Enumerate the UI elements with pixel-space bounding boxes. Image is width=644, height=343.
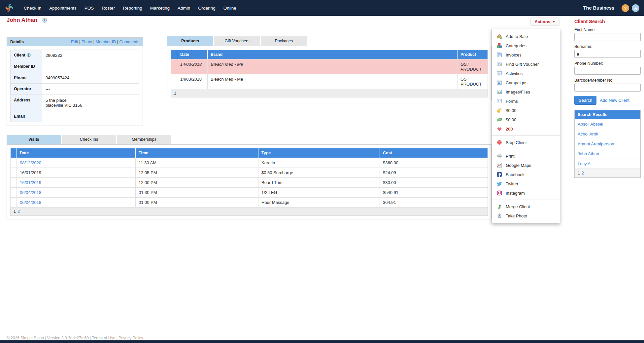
actions-button[interactable]: Actions ▼ bbox=[530, 18, 559, 26]
nav-reporting[interactable]: Reporting bbox=[119, 6, 146, 11]
nav-pos[interactable]: POS bbox=[81, 6, 98, 11]
categories-icon bbox=[497, 43, 502, 48]
map-icon bbox=[497, 163, 502, 168]
nav-marketing[interactable]: Marketing bbox=[146, 6, 174, 11]
menu-item-label: Stop Client bbox=[506, 140, 527, 145]
nav-check-in[interactable]: Check In bbox=[20, 6, 45, 11]
page-2-link[interactable]: 2 bbox=[582, 171, 584, 175]
menu-item-loyalty-points[interactable]: 200 bbox=[492, 124, 560, 133]
terms-of-use-link[interactable]: Terms of Use bbox=[92, 336, 115, 340]
edit-link[interactable]: Edit bbox=[71, 40, 82, 44]
tab-visits[interactable]: Visits bbox=[7, 135, 61, 144]
detail-row: Member ID --- bbox=[11, 61, 139, 72]
menu-item-facebook[interactable]: Facebook bbox=[492, 170, 560, 179]
menu-item-activities[interactable]: Activities bbox=[492, 69, 560, 78]
details-panel: Details EditPhotoMember IDComments Clien… bbox=[7, 37, 143, 126]
menu-item-find-gift-voucher[interactable]: Find Gift Voucher bbox=[492, 59, 560, 69]
nav-admin[interactable]: Admin bbox=[174, 6, 194, 11]
search-result-item[interactable]: Lucy A bbox=[575, 159, 640, 169]
tab-memberships[interactable]: Memberships bbox=[117, 135, 171, 144]
add-new-client-link[interactable]: Add New Client bbox=[600, 98, 629, 103]
menu-item-forms[interactable]: Forms bbox=[492, 96, 560, 106]
help-button[interactable]: ? bbox=[622, 4, 629, 12]
menu-item-google-maps[interactable]: Google Maps bbox=[492, 161, 560, 170]
photo-link[interactable]: Photo bbox=[82, 40, 96, 44]
detail-row: Address 5 the place placeville VIC 3156 bbox=[11, 95, 139, 111]
menu-item-stop-client[interactable]: Stop Client bbox=[492, 138, 560, 147]
search-result-item[interactable]: Achol Arok bbox=[575, 129, 640, 139]
barcode-member-input[interactable] bbox=[574, 84, 641, 92]
menu-item-label: Find Gift Voucher bbox=[506, 62, 539, 67]
campaigns-icon bbox=[497, 80, 502, 85]
visits-tab-row: Visits Check Ins Memberships bbox=[7, 135, 491, 144]
products-col-product: Product bbox=[458, 50, 488, 59]
menu-item-cash-balance[interactable]: $0.00 bbox=[492, 115, 560, 124]
product-row[interactable]: 14/03/2018 Bleach Med - Me GST PRODUCT bbox=[171, 59, 488, 74]
alarm-clock-icon[interactable] bbox=[42, 18, 47, 23]
menu-item-label: Google Maps bbox=[506, 163, 531, 168]
menu-item-merge-client[interactable]: Merge Client bbox=[492, 202, 560, 211]
surname-input[interactable] bbox=[574, 50, 641, 58]
page-2-link[interactable]: 2 bbox=[17, 209, 20, 214]
menu-item-categories[interactable]: Categories bbox=[492, 41, 560, 50]
bottom-bar bbox=[0, 340, 644, 343]
visit-time: 01:00 PM bbox=[136, 198, 258, 208]
nav-online[interactable]: Online bbox=[220, 6, 240, 11]
privacy-policy-link[interactable]: Privacy Policy bbox=[119, 336, 143, 340]
menu-item-images-files[interactable]: Images/Files bbox=[492, 87, 560, 96]
surname-label: Surname: bbox=[574, 44, 641, 49]
menu-item-label: Instagram bbox=[506, 191, 525, 196]
detail-label: Member ID bbox=[11, 61, 42, 72]
comments-link[interactable]: Comments bbox=[119, 40, 139, 44]
detail-row: Phone 0499057424 bbox=[11, 72, 139, 84]
visit-type: Beard Trim bbox=[258, 178, 380, 188]
tab-check-ins[interactable]: Check Ins bbox=[62, 135, 116, 144]
menu-item-invoices[interactable]: Invoices bbox=[492, 50, 560, 59]
visit-date-link[interactable]: 08/12/2020 bbox=[20, 160, 41, 165]
phone-number-input[interactable] bbox=[574, 67, 641, 75]
first-name-input[interactable] bbox=[574, 33, 641, 41]
visit-type: $0.50 Surcharge bbox=[258, 168, 380, 178]
detail-row: Client ID 2908232 bbox=[11, 50, 139, 61]
visits-col-time: Time bbox=[136, 148, 258, 158]
search-button[interactable]: Search bbox=[574, 96, 596, 105]
member-id-link[interactable]: Member ID bbox=[96, 40, 119, 44]
search-result-item[interactable]: John Athan bbox=[575, 149, 640, 159]
visits-pagination: 12 bbox=[10, 208, 488, 216]
first-name-label: First Name: bbox=[574, 27, 641, 32]
actions-button-label: Actions bbox=[534, 19, 550, 24]
tab-packages[interactable]: Packages bbox=[261, 36, 307, 46]
page-current: 1 bbox=[14, 209, 16, 214]
product-row[interactable]: 14/03/2018 Bleach Med - Me GST PRODUCT bbox=[171, 74, 488, 89]
menu-item-campaigns[interactable]: Campaigns bbox=[492, 78, 560, 87]
simple-salon-logo[interactable] bbox=[5, 2, 15, 14]
menu-item-credit-balance[interactable]: $0.00 bbox=[492, 106, 560, 115]
search-results-pagination: 12 bbox=[575, 169, 640, 177]
visit-time: 01:30 PM bbox=[136, 188, 258, 198]
visit-date-link[interactable]: 16/01/2019 bbox=[20, 180, 41, 185]
menu-item-take-photo[interactable]: Take Photo bbox=[492, 211, 560, 220]
detail-value: 2908232 bbox=[42, 50, 139, 61]
visit-type: Hour Massage bbox=[258, 198, 380, 208]
products-pagination: 1 bbox=[171, 89, 488, 97]
nav-appointments[interactable]: Appointments bbox=[45, 6, 81, 11]
avatar[interactable]: A bbox=[632, 4, 639, 12]
basket-icon bbox=[497, 34, 502, 39]
detail-label: Address bbox=[11, 95, 42, 111]
menu-item-twitter[interactable]: Twitter bbox=[492, 179, 560, 188]
menu-item-add-to-sale[interactable]: Add to Sale bbox=[492, 32, 560, 41]
menu-item-print[interactable]: Print bbox=[492, 151, 560, 161]
menu-item-label: Merge Client bbox=[506, 204, 530, 209]
visit-date-link[interactable]: 06/04/2018 bbox=[20, 190, 41, 195]
activities-icon bbox=[497, 71, 502, 76]
tab-products[interactable]: Products bbox=[167, 36, 213, 46]
nav-ordering[interactable]: Ordering bbox=[194, 6, 220, 11]
search-result-item[interactable]: Amnot Arealperson bbox=[575, 139, 640, 149]
nav-roster[interactable]: Roster bbox=[98, 6, 119, 11]
tab-gift-vouchers[interactable]: Gift Vouchers bbox=[214, 36, 260, 46]
menu-item-instagram[interactable]: Instagram bbox=[492, 188, 560, 198]
search-result-item[interactable]: Absoll Abssel bbox=[575, 119, 640, 129]
visit-row: 08/12/2020 11:30 AM Keratin $360.00 bbox=[11, 158, 488, 168]
visit-date-link[interactable]: 06/04/2018 bbox=[20, 200, 41, 205]
images-icon bbox=[497, 89, 502, 95]
